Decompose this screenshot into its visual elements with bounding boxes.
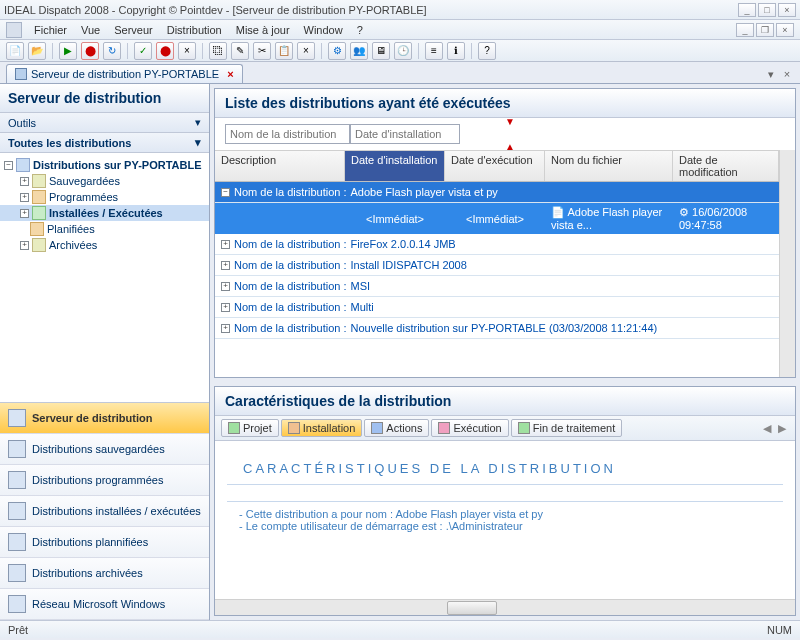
tab-projet[interactable]: Projet [221, 419, 279, 437]
menubar: Fichier Vue Serveur Distribution Mise à … [0, 20, 800, 40]
tab-actions[interactable]: Actions [364, 419, 429, 437]
minimize-button[interactable]: _ [738, 3, 756, 17]
remove-icon[interactable]: × [297, 42, 315, 60]
group-row[interactable]: +Nom de la distribution : Nouvelle distr… [215, 318, 779, 339]
edit-icon[interactable]: ✎ [231, 42, 249, 60]
sidebar-tools[interactable]: Outils ▾ [0, 113, 209, 133]
tab-close-icon[interactable]: × [227, 68, 233, 80]
paste-icon[interactable]: 📋 [275, 42, 293, 60]
child-restore-button[interactable]: ❐ [756, 23, 774, 37]
tree-root[interactable]: − Distributions sur PY-PORTABLE [0, 157, 209, 173]
child-close-button[interactable]: × [776, 23, 794, 37]
installed-icon [8, 502, 26, 520]
tree-root-label: Distributions sur PY-PORTABLE [33, 159, 201, 171]
tab-close-all-icon[interactable]: × [780, 67, 794, 81]
info-icon[interactable]: ℹ [447, 42, 465, 60]
tab-fin[interactable]: Fin de traitement [511, 419, 623, 437]
expand-icon[interactable]: + [221, 282, 230, 291]
tree-item-selected[interactable]: + Installées / Exécutées [0, 205, 209, 221]
copy-icon[interactable]: ⿻ [209, 42, 227, 60]
tab-execution[interactable]: Exécution [431, 419, 508, 437]
expand-icon[interactable]: + [20, 209, 29, 218]
maximize-button[interactable]: □ [758, 3, 776, 17]
group-row[interactable]: +Nom de la distribution : FireFox 2.0.0.… [215, 234, 779, 255]
new-icon[interactable]: 📄 [6, 42, 24, 60]
executed-icon [32, 206, 46, 220]
expand-icon[interactable]: + [221, 240, 230, 249]
filter-date-input[interactable] [350, 124, 460, 144]
toolbar: 📄 📂 ▶ ⬤ ↻ ✓ ⬤ × ⿻ ✎ ✂ 📋 × ⚙ 👥 🖥 🕒 ≡ ℹ ? [0, 40, 800, 62]
close-button[interactable]: × [778, 3, 796, 17]
expand-icon[interactable]: + [20, 177, 29, 186]
menu-fichier[interactable]: Fichier [28, 22, 73, 38]
play-icon[interactable]: ▶ [59, 42, 77, 60]
col-mod-date[interactable]: Date de modification [673, 151, 779, 181]
sidebar-all-distributions[interactable]: Toutes les distributions ▾ [0, 133, 209, 153]
tree-item[interactable]: + Archivées [0, 237, 209, 253]
document-tab[interactable]: Serveur de distribution PY-PORTABLE × [6, 64, 243, 83]
nav-network[interactable]: Réseau Microsoft Windows [0, 589, 209, 620]
nav-scheduled[interactable]: Distributions programmées [0, 465, 209, 496]
stop-icon[interactable]: ⬤ [81, 42, 99, 60]
group-row-selected[interactable]: − Nom de la distribution : Adobe Flash p… [215, 182, 779, 203]
list-icon[interactable]: ≡ [425, 42, 443, 60]
restart-icon[interactable]: ↻ [103, 42, 121, 60]
expand-icon[interactable]: + [221, 324, 230, 333]
schedule-icon[interactable]: 🕒 [394, 42, 412, 60]
collapse-icon[interactable]: − [4, 161, 13, 170]
computer-icon[interactable]: 🖥 [372, 42, 390, 60]
cut-icon[interactable]: ✂ [253, 42, 271, 60]
saved-icon [8, 440, 26, 458]
expand-icon[interactable]: + [20, 193, 29, 202]
tab-prev-icon[interactable]: ◀ [760, 422, 774, 435]
menu-maj[interactable]: Mise à jour [230, 22, 296, 38]
child-minimize-button[interactable]: _ [736, 23, 754, 37]
users-icon[interactable]: 👥 [350, 42, 368, 60]
help-icon[interactable]: ? [478, 42, 496, 60]
char-tabs: Projet Installation Actions Exécution Fi… [215, 416, 795, 441]
tree-item[interactable]: Planifiées [0, 221, 209, 237]
menu-distribution[interactable]: Distribution [161, 22, 228, 38]
vertical-scrollbar[interactable] [779, 150, 795, 377]
expand-icon[interactable]: + [221, 303, 230, 312]
group-row[interactable]: +Nom de la distribution : Install IDISPA… [215, 255, 779, 276]
nav-planned[interactable]: Distributions plannifiées [0, 527, 209, 558]
settings-icon[interactable]: ⚙ [328, 42, 346, 60]
data-row[interactable]: <Immédiat> <Immédiat> 📄 Adobe Flash play… [215, 203, 779, 234]
characteristics-panel: Caractéristiques de la distribution Proj… [214, 386, 796, 616]
horizontal-scrollbar[interactable] [215, 599, 795, 615]
archive-icon [32, 238, 46, 252]
collapse-icon[interactable]: − [221, 188, 230, 197]
char-panel-title: Caractéristiques de la distribution [215, 387, 795, 416]
open-icon[interactable]: 📂 [28, 42, 46, 60]
check-icon[interactable]: ✓ [134, 42, 152, 60]
expand-icon[interactable]: + [221, 261, 230, 270]
tab-installation[interactable]: Installation [281, 419, 363, 437]
col-install-date[interactable]: Date d'installation [345, 151, 445, 181]
tab-next-icon[interactable]: ▶ [775, 422, 789, 435]
filter-name-input[interactable] [225, 124, 350, 144]
col-filename[interactable]: Nom du fichier [545, 151, 673, 181]
nav-server[interactable]: Serveur de distribution [0, 403, 209, 434]
nav-saved[interactable]: Distributions sauvegardées [0, 434, 209, 465]
group-row[interactable]: +Nom de la distribution : Multi [215, 297, 779, 318]
col-exec-date[interactable]: Date d'exécution [445, 151, 545, 181]
scroll-thumb[interactable] [447, 601, 497, 615]
network-icon [8, 595, 26, 613]
app-icon [6, 22, 22, 38]
group-row[interactable]: +Nom de la distribution : MSI [215, 276, 779, 297]
delete-icon[interactable]: × [178, 42, 196, 60]
menu-help[interactable]: ? [351, 22, 369, 38]
tab-dropdown-icon[interactable]: ▾ [764, 67, 778, 81]
tree-item[interactable]: + Programmées [0, 189, 209, 205]
tree-item[interactable]: + Sauvegardées [0, 173, 209, 189]
menu-window[interactable]: Window [298, 22, 349, 38]
menu-serveur[interactable]: Serveur [108, 22, 159, 38]
record-icon[interactable]: ⬤ [156, 42, 174, 60]
col-description[interactable]: Description [215, 151, 345, 181]
expand-icon[interactable]: + [20, 241, 29, 250]
menu-vue[interactable]: Vue [75, 22, 106, 38]
nav-archived[interactable]: Distributions archivées [0, 558, 209, 589]
nav-installed[interactable]: Distributions installées / exécutées [0, 496, 209, 527]
sidebar-header: Serveur de distribution [0, 84, 209, 113]
